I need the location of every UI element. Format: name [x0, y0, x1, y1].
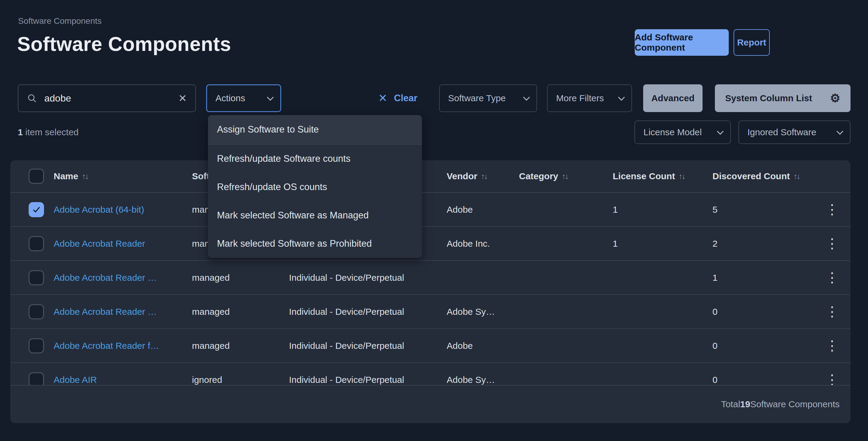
actions-menu-item[interactable]: Mark selected Software as Managed	[208, 201, 422, 229]
clear-label: Clear	[394, 93, 417, 104]
table-row: Adobe Acrobat Reader … managed Individua…	[10, 295, 850, 329]
system-column-list-button[interactable]: System Column List ⚙	[715, 84, 850, 112]
sort-icon: ↑↓	[794, 172, 800, 181]
row-actions-kebab-icon[interactable]: ⋮	[825, 306, 839, 317]
vendor-cell: Adobe	[447, 341, 519, 351]
total-count: 19	[740, 399, 750, 409]
software-name-link[interactable]: Adobe Acrobat (64-bit)	[54, 204, 192, 215]
software-name-link[interactable]: Adobe Acrobat Reader …	[54, 273, 192, 283]
breadcrumb[interactable]: Software Components	[18, 16, 101, 26]
table-footer: Total 19 Software Components	[10, 385, 850, 422]
total-suffix: Software Components	[750, 399, 840, 409]
discovered-count-cell: 0	[712, 341, 814, 351]
selection-label: item selected	[23, 127, 79, 137]
actions-menu-item[interactable]: Refresh/update Software counts	[208, 145, 422, 173]
column-header-vendor[interactable]: Vendor↑↓	[447, 171, 519, 181]
sort-icon: ↑↓	[679, 172, 685, 181]
advanced-button[interactable]: Advanced	[643, 84, 703, 112]
software-name-link[interactable]: Adobe Acrobat Reader …	[54, 307, 192, 317]
vendor-cell: Adobe Sy…	[447, 307, 519, 317]
row-actions-kebab-icon[interactable]: ⋮	[825, 272, 839, 283]
column-header-discovered-count[interactable]: Discovered Count↑↓	[712, 171, 814, 181]
vendor-cell: Adobe Sy…	[447, 375, 519, 385]
filter-toolbar: ✕ Actions ✕ Clear Software Type More Fil…	[18, 84, 850, 112]
discovered-count-cell: 0	[712, 375, 814, 385]
select-all-checkbox[interactable]	[29, 169, 44, 184]
vendor-cell: Adobe Inc.	[447, 239, 519, 249]
table-row: Adobe AIR ignored Individual - Device/Pe…	[10, 363, 850, 385]
row-checkbox[interactable]	[29, 338, 44, 353]
gear-icon: ⚙	[830, 92, 840, 104]
vendor-cell: Adobe	[447, 204, 519, 215]
license-count-cell: 1	[613, 204, 712, 215]
header-action-buttons: Add Software Component Report	[635, 29, 770, 56]
sort-icon: ↑↓	[481, 172, 487, 181]
discovered-count-cell: 1	[712, 273, 814, 283]
software-name-link[interactable]: Adobe Acrobat Reader f…	[54, 341, 192, 351]
more-filters-dropdown[interactable]: More Filters	[547, 84, 632, 112]
software-status-cell: managed	[192, 273, 289, 283]
search-icon	[27, 93, 37, 103]
license-count-cell: 1	[613, 239, 712, 249]
clear-x-icon: ✕	[378, 93, 387, 104]
actions-menu-item[interactable]: Mark selected Software as Prohibited	[208, 229, 422, 258]
search-box[interactable]: ✕	[18, 84, 196, 112]
chevron-down-icon	[267, 94, 274, 101]
selection-count: 1	[18, 127, 23, 137]
table-row: Adobe Acrobat Reader f… managed Individu…	[10, 329, 850, 363]
table-header-row: Name↑↓ Soft Vendor↑↓ Category↑↓ License …	[10, 160, 850, 193]
report-button[interactable]: Report	[734, 29, 770, 56]
table-row: Adobe Acrobat Reader … managed Individua…	[10, 261, 850, 295]
sort-icon: ↑↓	[82, 172, 88, 181]
license-model-dropdown[interactable]: License Model	[634, 121, 731, 144]
search-clear-icon[interactable]: ✕	[179, 93, 187, 103]
chevron-down-icon	[717, 128, 724, 135]
row-actions-kebab-icon[interactable]: ⋮	[825, 374, 839, 385]
selection-status: 1 item selected	[18, 127, 79, 137]
row-actions-kebab-icon[interactable]: ⋮	[825, 340, 839, 351]
actions-menu-item[interactable]: Assign Software to Suite	[208, 115, 422, 145]
chevron-down-icon	[523, 94, 530, 101]
add-software-component-button[interactable]: Add Software Component	[635, 29, 729, 56]
actions-menu: Assign Software to SuiteRefresh/update S…	[208, 115, 422, 258]
clear-filters-button[interactable]: ✕ Clear	[378, 93, 417, 104]
actions-dropdown-button[interactable]: Actions	[206, 84, 281, 112]
filter-toolbar-row2: 1 item selected License Model Ignored So…	[18, 121, 850, 144]
table-row: Adobe Acrobat Reader managed Adobe Inc. …	[10, 227, 850, 261]
software-name-link[interactable]: Adobe AIR	[54, 375, 192, 385]
row-checkbox[interactable]	[29, 236, 44, 251]
ignored-software-label: Ignored Software	[747, 127, 816, 137]
system-column-list-label: System Column List	[725, 93, 812, 103]
row-checkbox[interactable]	[29, 372, 44, 385]
discovered-count-cell: 5	[712, 204, 814, 215]
license-model-cell: Individual - Device/Perpetual	[289, 375, 447, 385]
row-checkbox[interactable]	[29, 202, 44, 217]
software-name-link[interactable]: Adobe Acrobat Reader	[54, 239, 192, 249]
actions-dropdown-label: Actions	[216, 93, 245, 103]
table-body: Adobe Acrobat (64-bit) managed Adobe 1 5…	[10, 193, 850, 385]
column-header-license-count[interactable]: License Count↑↓	[613, 171, 712, 181]
column-header-name[interactable]: Name↑↓	[54, 171, 192, 181]
software-status-cell: ignored	[192, 375, 289, 385]
ignored-software-dropdown[interactable]: Ignored Software	[738, 121, 850, 144]
row-checkbox[interactable]	[29, 304, 44, 319]
row-actions-kebab-icon[interactable]: ⋮	[825, 238, 839, 249]
software-components-table: Name↑↓ Soft Vendor↑↓ Category↑↓ License …	[10, 160, 850, 423]
license-model-cell: Individual - Device/Perpetual	[289, 273, 447, 283]
row-checkbox[interactable]	[29, 270, 44, 285]
software-type-dropdown[interactable]: Software Type	[439, 84, 537, 112]
column-header-category[interactable]: Category↑↓	[519, 171, 613, 181]
license-model-label: License Model	[644, 127, 702, 137]
license-model-cell: Individual - Device/Perpetual	[289, 307, 447, 317]
row-actions-kebab-icon[interactable]: ⋮	[825, 204, 839, 215]
sort-icon: ↑↓	[562, 172, 568, 181]
license-model-cell: Individual - Device/Perpetual	[289, 341, 447, 351]
discovered-count-cell: 2	[712, 239, 814, 249]
page-title: Software Components	[17, 33, 231, 56]
discovered-count-cell: 0	[712, 307, 814, 317]
actions-menu-item[interactable]: Refresh/update OS counts	[208, 173, 422, 201]
search-input[interactable]	[44, 93, 179, 104]
software-status-cell: managed	[192, 341, 289, 351]
total-prefix: Total	[721, 399, 740, 409]
table-row: Adobe Acrobat (64-bit) managed Adobe 1 5…	[10, 193, 850, 227]
